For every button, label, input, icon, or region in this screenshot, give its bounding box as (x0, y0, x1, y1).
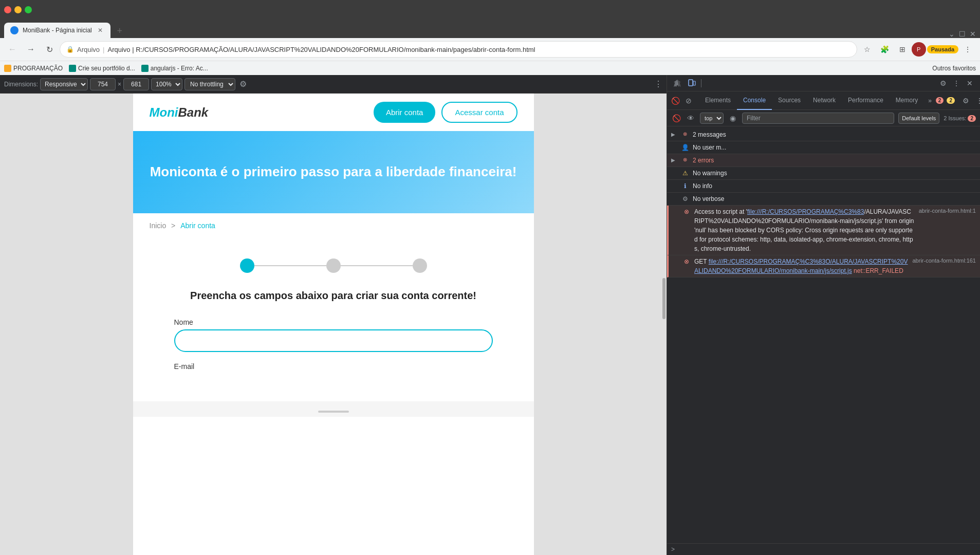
errors-text-label: 2 errors (693, 157, 714, 164)
device-toolbar-icon[interactable] (686, 77, 698, 89)
console-error-2[interactable]: ⊗ GET file:///R:/CURSOS/PROGRAMAÇ%C3%83O… (667, 255, 980, 278)
step-1-dot (240, 258, 254, 273)
messages-icon: ⊗ (681, 131, 689, 138)
browser-tab[interactable]: MoniBank - Página inicial ✕ (4, 23, 110, 38)
inspect-element-icon[interactable] (671, 77, 683, 89)
step-2-dot (326, 258, 341, 273)
tab-elements[interactable]: Elements (699, 91, 737, 110)
eye-icon-button[interactable]: 👁 (686, 113, 696, 123)
error1-source[interactable]: abrir-conta-form.html:1 (919, 207, 976, 215)
error2-source[interactable]: abrir-conta-form.html:161 (913, 257, 976, 265)
filter-icon-button[interactable]: ⊘ (682, 95, 695, 107)
arquivo-label: Arquivo (77, 46, 100, 53)
console-row-no-info[interactable]: ℹ No info (667, 180, 980, 193)
tab-close-button[interactable]: ✕ (96, 26, 104, 34)
devtools-more-button[interactable]: ⋮ (654, 79, 662, 89)
error2-icon: ⊗ (683, 257, 690, 266)
verbose-icon: ⚙ (681, 195, 689, 203)
tab-network[interactable]: Network (807, 91, 842, 110)
minimize-button[interactable] (14, 6, 22, 13)
error-count-indicator[interactable]: 2 (936, 95, 944, 107)
tab-performance[interactable]: Performance (842, 91, 890, 110)
network-conditions-button[interactable]: ⚙ (237, 79, 249, 89)
tab-search-button[interactable]: ⌄ (949, 30, 955, 38)
email-field-group: E-mail (174, 362, 493, 371)
outros-favoritos-button[interactable]: Outros favoritos (932, 65, 976, 72)
default-levels-button[interactable]: Default levels (898, 113, 939, 124)
console-row-no-user[interactable]: 👤 No user m... (667, 141, 980, 154)
devtools-responsive-bar: Dimensions: Responsive × 100% No throttl… (0, 75, 667, 94)
width-input[interactable] (90, 78, 116, 90)
zoom-select[interactable]: 100% (151, 78, 182, 90)
extensions-button[interactable]: ⊞ (894, 41, 911, 58)
bookmark-star-button[interactable]: ☆ (859, 41, 876, 58)
tab-sources[interactable]: Sources (772, 91, 807, 110)
extension-puzzle-button[interactable]: 🧩 (877, 41, 893, 58)
filter-input[interactable] (742, 113, 894, 124)
email-label: E-mail (174, 362, 493, 371)
error2-link1[interactable]: file:///R:/CURSOS/PROGRAMAÇ%C3%83O/ALURA… (709, 258, 865, 265)
scrollbar[interactable] (662, 278, 665, 319)
new-tab-button[interactable]: + (113, 24, 127, 38)
eye-filter-button[interactable]: ◉ (728, 113, 738, 123)
clear-console-button[interactable]: 🚫 (669, 95, 681, 107)
bookmark-programacao[interactable]: PROGRAMAÇÃO (4, 65, 63, 72)
console-row-no-verbose[interactable]: ⚙ No verbose (667, 193, 980, 206)
bookmark-angularjs[interactable]: angularjs - Erro: Ac... (141, 65, 208, 72)
profile-button[interactable]: P (912, 42, 926, 57)
no-info-text: No info (693, 181, 976, 191)
no-warnings-text: No warnings (693, 169, 976, 178)
devtools-kebab-icon[interactable]: ⋮ (973, 95, 980, 107)
expand-arrow-3: ▶ (671, 157, 677, 164)
console-row-no-warnings[interactable]: ⚠ No warnings (667, 167, 980, 180)
issues-count-label: 2 Issues: (944, 115, 966, 121)
back-button[interactable]: ← (4, 41, 21, 58)
dimensions-select[interactable]: Responsive (40, 78, 88, 90)
throttle-select[interactable]: No throttling (184, 78, 235, 90)
devtools-close-icon[interactable]: ✕ (964, 77, 976, 89)
menu-button[interactable]: ⋮ (959, 41, 976, 58)
devtools-action-buttons: 🚫 ⊘ (669, 95, 695, 107)
height-input[interactable] (123, 78, 149, 90)
context-select[interactable]: top (700, 113, 724, 124)
error-count-badge: 2 (936, 97, 944, 104)
console-input[interactable] (678, 546, 976, 553)
resize-handle[interactable] (318, 411, 349, 413)
browser-toolbar: ← → ↻ 🔒 Arquivo | Arquivo | R:/CURSOS/PR… (0, 38, 980, 61)
console-toolbar: 🚫 👁 top ◉ Default levels 2 Issues: 2 (667, 110, 980, 126)
error1-msg-start: Access to script at ' (694, 208, 747, 215)
svg-rect-1 (693, 81, 695, 85)
bookmark-portfolio[interactable]: Crie seu portfólio d... (69, 65, 135, 72)
acessar-conta-button[interactable]: Acessar conta (441, 102, 517, 123)
maximize-button[interactable] (25, 6, 32, 13)
tab-memory[interactable]: Memory (890, 91, 924, 110)
devtools-settings-icon[interactable]: ⚙ (960, 95, 972, 107)
reload-button[interactable]: ↻ (41, 41, 58, 58)
paused-badge[interactable]: Pausada (927, 45, 958, 53)
warning-count-indicator[interactable]: 2 (947, 95, 955, 107)
messages-text: 2 messages (693, 131, 726, 138)
error1-link[interactable]: file:///R:/CURSOS/PROGRAMAÇ%C3%83 (747, 208, 864, 215)
nome-input[interactable] (174, 329, 493, 352)
hero-text: Moniconta é o primeiro passo para a libe… (150, 163, 517, 181)
clear-messages-button[interactable]: 🚫 (671, 113, 681, 123)
console-row-errors[interactable]: ▶ ⊗ 2 errors (667, 154, 980, 167)
issues-label[interactable]: 2 Issues: 2 (944, 115, 976, 121)
settings-icon[interactable]: ⚙ (937, 77, 949, 89)
devtools-more-icon[interactable]: ⋮ (950, 77, 963, 89)
page-preview: MoniBank Abrir conta Acessar conta Monic… (133, 94, 534, 555)
abrir-conta-button[interactable]: Abrir conta (374, 102, 436, 123)
address-bar[interactable]: 🔒 Arquivo | Arquivo | R:/CURSOS/PROGRAMA… (60, 41, 857, 58)
window-close-button[interactable]: ✕ (970, 30, 976, 38)
close-button[interactable] (4, 6, 11, 13)
more-tabs-button[interactable]: » (924, 97, 936, 104)
forward-button[interactable]: → (23, 41, 39, 58)
breadcrumb-home-link[interactable]: Inicio (150, 221, 167, 230)
console-error-1[interactable]: ⊗ Access to script at 'file:///R:/CURSOS… (667, 206, 980, 255)
restore-button[interactable]: ☐ (959, 30, 966, 38)
tab-console[interactable]: Console (737, 91, 772, 110)
person-icon: 👤 (681, 143, 689, 152)
devtools-tabs: 🚫 ⊘ Elements Console Sources Network Per… (667, 91, 980, 110)
console-row-messages[interactable]: ▶ ⊗ 2 messages (667, 128, 980, 141)
step-line-2 (341, 265, 413, 266)
